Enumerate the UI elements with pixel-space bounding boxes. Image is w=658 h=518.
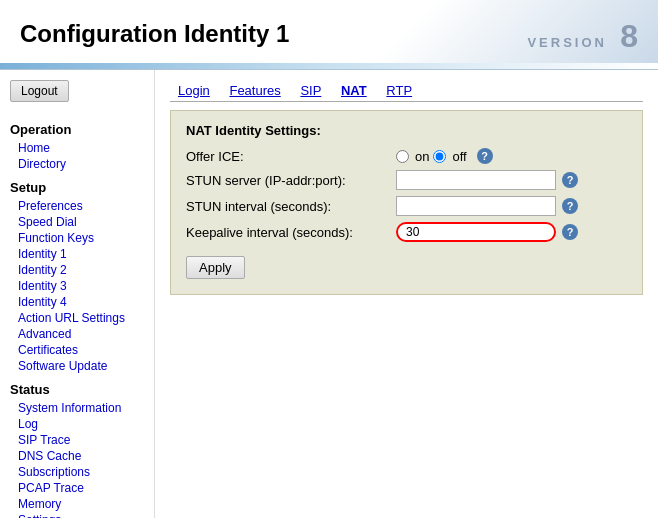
stun-server-help-icon[interactable]: ? xyxy=(562,172,578,188)
stun-server-input[interactable] xyxy=(396,170,556,190)
sidebar-item-sip-trace[interactable]: SIP Trace xyxy=(10,432,154,448)
sidebar-item-memory[interactable]: Memory xyxy=(10,496,154,512)
version-badge: VERSION 8 xyxy=(527,20,638,52)
offer-ice-on-radio[interactable] xyxy=(396,150,409,163)
offer-ice-on-label: on xyxy=(415,149,429,164)
offer-ice-radio-group: on off ? xyxy=(396,148,493,164)
section-title-setup: Setup xyxy=(10,180,154,195)
sidebar-item-action-url-settings[interactable]: Action URL Settings xyxy=(10,310,154,326)
form-title: NAT Identity Settings: xyxy=(186,123,627,138)
sidebar: Logout Operation Home Directory Setup Pr… xyxy=(0,70,155,518)
main-layout: Logout Operation Home Directory Setup Pr… xyxy=(0,70,658,518)
stun-interval-help-icon[interactable]: ? xyxy=(562,198,578,214)
section-title-operation: Operation xyxy=(10,122,154,137)
stun-interval-row: STUN interval (seconds): ? xyxy=(186,196,627,216)
sidebar-item-dns-cache[interactable]: DNS Cache xyxy=(10,448,154,464)
version-label: VERSION xyxy=(527,35,607,50)
sidebar-item-subscriptions[interactable]: Subscriptions xyxy=(10,464,154,480)
sidebar-item-settings[interactable]: Settings xyxy=(10,512,154,518)
stun-interval-input[interactable] xyxy=(396,196,556,216)
sidebar-item-directory[interactable]: Directory xyxy=(10,156,154,172)
tab-sip[interactable]: SIP xyxy=(292,80,329,101)
offer-ice-help-icon[interactable]: ? xyxy=(477,148,493,164)
section-title-status: Status xyxy=(10,382,154,397)
offer-ice-off-label: off xyxy=(452,149,466,164)
offer-ice-row: Offer ICE: on off ? xyxy=(186,148,627,164)
version-number: 8 xyxy=(620,18,638,54)
tab-login[interactable]: Login xyxy=(170,80,218,101)
sidebar-item-identity-4[interactable]: Identity 4 xyxy=(10,294,154,310)
stun-server-row: STUN server (IP-addr:port): ? xyxy=(186,170,627,190)
tab-features[interactable]: Features xyxy=(221,80,288,101)
offer-ice-label: Offer ICE: xyxy=(186,149,396,164)
logout-button[interactable]: Logout xyxy=(10,80,69,102)
sidebar-item-identity-1[interactable]: Identity 1 xyxy=(10,246,154,262)
main-content: Login Features SIP NAT RTP NAT Identity … xyxy=(155,70,658,518)
sidebar-item-log[interactable]: Log xyxy=(10,416,154,432)
keepalive-interval-row: Keepalive interval (seconds): ? xyxy=(186,222,627,242)
keepalive-interval-input[interactable] xyxy=(396,222,556,242)
tab-rtp[interactable]: RTP xyxy=(378,80,420,101)
sidebar-item-system-information[interactable]: System Information xyxy=(10,400,154,416)
keepalive-interval-help-icon[interactable]: ? xyxy=(562,224,578,240)
offer-ice-off-radio[interactable] xyxy=(433,150,446,163)
stun-interval-label: STUN interval (seconds): xyxy=(186,199,396,214)
sidebar-item-home[interactable]: Home xyxy=(10,140,154,156)
page-header: Configuration Identity 1 VERSION 8 xyxy=(0,0,658,70)
sidebar-item-preferences[interactable]: Preferences xyxy=(10,198,154,214)
header-stripe xyxy=(0,63,658,69)
sidebar-item-identity-2[interactable]: Identity 2 xyxy=(10,262,154,278)
apply-button[interactable]: Apply xyxy=(186,256,245,279)
stun-server-label: STUN server (IP-addr:port): xyxy=(186,173,396,188)
sidebar-item-function-keys[interactable]: Function Keys xyxy=(10,230,154,246)
keepalive-interval-label: Keepalive interval (seconds): xyxy=(186,225,396,240)
tab-bar: Login Features SIP NAT RTP xyxy=(170,80,643,102)
sidebar-item-speed-dial[interactable]: Speed Dial xyxy=(10,214,154,230)
sidebar-item-pcap-trace[interactable]: PCAP Trace xyxy=(10,480,154,496)
sidebar-item-software-update[interactable]: Software Update xyxy=(10,358,154,374)
sidebar-item-certificates[interactable]: Certificates xyxy=(10,342,154,358)
nat-form-panel: NAT Identity Settings: Offer ICE: on off… xyxy=(170,110,643,295)
tab-nat[interactable]: NAT xyxy=(333,80,375,101)
sidebar-item-advanced[interactable]: Advanced xyxy=(10,326,154,342)
sidebar-item-identity-3[interactable]: Identity 3 xyxy=(10,278,154,294)
